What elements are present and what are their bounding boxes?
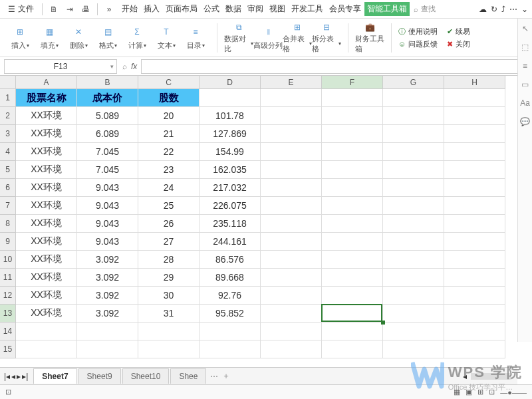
cell[interactable] bbox=[444, 143, 505, 161]
row-header-5[interactable]: 5 bbox=[0, 161, 16, 179]
prev-icon[interactable]: ◂ bbox=[11, 372, 15, 381]
hscroll-track[interactable] bbox=[471, 373, 511, 380]
cell[interactable]: 27 bbox=[138, 233, 200, 251]
cell[interactable] bbox=[444, 161, 505, 179]
menu-tab-2[interactable]: 页面布局 bbox=[163, 2, 200, 16]
cell[interactable] bbox=[444, 107, 505, 125]
cell[interactable] bbox=[261, 107, 322, 125]
cell[interactable] bbox=[261, 233, 322, 251]
cell[interactable]: 101.78 bbox=[200, 107, 261, 125]
cell[interactable]: 20 bbox=[138, 107, 200, 125]
ribbon-文本[interactable]: T文本▾ bbox=[152, 22, 181, 54]
row-header-6[interactable]: 6 bbox=[0, 179, 16, 197]
cell[interactable]: 30 bbox=[138, 287, 200, 305]
cell[interactable]: 7.045 bbox=[77, 143, 138, 161]
ribbon-财务工具箱[interactable]: 💼财务工具箱 bbox=[355, 22, 384, 54]
ribbon-拆分表格[interactable]: ⊟拆分表格▾ bbox=[312, 22, 341, 54]
cell[interactable]: 9.043 bbox=[77, 197, 138, 215]
cell[interactable] bbox=[383, 251, 444, 269]
row-header-3[interactable]: 3 bbox=[0, 125, 16, 143]
ribbon-高级分列[interactable]: ⫴高级分列 bbox=[253, 22, 283, 54]
cell[interactable]: 89.668 bbox=[200, 269, 261, 287]
cell[interactable] bbox=[444, 269, 505, 287]
cell[interactable]: 3.092 bbox=[77, 305, 138, 323]
cell[interactable] bbox=[322, 89, 383, 107]
row-header-15[interactable]: 15 bbox=[0, 340, 16, 358]
formula-input[interactable] bbox=[141, 59, 527, 74]
cell[interactable] bbox=[261, 251, 322, 269]
cursor-icon[interactable]: ↖ bbox=[522, 24, 529, 33]
ribbon-合并表格[interactable]: ⊞合并表格▾ bbox=[283, 22, 312, 54]
cell[interactable]: 5.089 bbox=[77, 107, 138, 125]
cell[interactable]: 226.075 bbox=[200, 197, 261, 215]
hscroll-left-icon[interactable]: ◂ bbox=[463, 372, 467, 381]
cell[interactable] bbox=[444, 251, 505, 269]
sheet-tab-Sheet10[interactable]: Sheet10 bbox=[122, 368, 170, 384]
cell[interactable]: 154.99 bbox=[200, 143, 261, 161]
cell[interactable]: 244.161 bbox=[200, 233, 261, 251]
cell[interactable] bbox=[261, 179, 322, 197]
cell[interactable] bbox=[444, 323, 505, 340]
cell[interactable]: 28 bbox=[138, 251, 200, 269]
cell[interactable] bbox=[383, 305, 444, 323]
col-header-D[interactable]: D bbox=[200, 76, 261, 89]
view-break-icon[interactable]: ⊞ bbox=[477, 388, 483, 396]
cell[interactable] bbox=[261, 89, 322, 107]
cell[interactable] bbox=[261, 143, 322, 161]
selection-handle[interactable] bbox=[381, 321, 385, 325]
cell[interactable]: 92.76 bbox=[200, 287, 261, 305]
cell[interactable]: 24 bbox=[138, 179, 200, 197]
col-header-G[interactable]: G bbox=[383, 76, 444, 89]
cell[interactable] bbox=[261, 340, 322, 358]
cell[interactable]: XX环境 bbox=[16, 287, 77, 305]
cell[interactable] bbox=[261, 215, 322, 233]
col-header-H[interactable]: H bbox=[444, 76, 505, 89]
cell[interactable] bbox=[138, 340, 200, 358]
row-header-7[interactable]: 7 bbox=[0, 197, 16, 215]
menu-tab-0[interactable]: 开始 bbox=[119, 2, 140, 16]
next-icon[interactable]: ▸ bbox=[17, 372, 21, 381]
help-feedback[interactable]: 问题反馈 bbox=[408, 39, 438, 49]
cell[interactable]: 26 bbox=[138, 215, 200, 233]
last-icon[interactable]: ▸| bbox=[22, 372, 28, 381]
status-mode[interactable]: ⊡ bbox=[5, 388, 11, 396]
cell[interactable] bbox=[261, 287, 322, 305]
cell[interactable] bbox=[322, 125, 383, 143]
menu-tab-1[interactable]: 插入 bbox=[141, 2, 162, 16]
row-header-11[interactable]: 11 bbox=[0, 269, 16, 287]
cell[interactable] bbox=[383, 323, 444, 340]
ribbon-填充[interactable]: ▦填充▾ bbox=[35, 22, 64, 54]
name-box[interactable]: F13 ▾ bbox=[4, 59, 117, 74]
menu-tab-7[interactable]: 开发工具 bbox=[289, 2, 326, 16]
cell[interactable] bbox=[261, 305, 322, 323]
cell[interactable]: 3.092 bbox=[77, 251, 138, 269]
cell[interactable] bbox=[322, 107, 383, 125]
sync-icon[interactable]: ↻ bbox=[491, 5, 497, 14]
cell[interactable]: XX环境 bbox=[16, 107, 77, 125]
col-header-B[interactable]: B bbox=[77, 76, 138, 89]
cell[interactable] bbox=[322, 305, 383, 323]
row-header-12[interactable]: 12 bbox=[0, 287, 16, 305]
cell[interactable]: 9.043 bbox=[77, 233, 138, 251]
cell[interactable] bbox=[261, 161, 322, 179]
row-header-14[interactable]: 14 bbox=[0, 323, 16, 340]
print-icon[interactable]: 🖶 bbox=[78, 2, 93, 17]
cell[interactable] bbox=[322, 287, 383, 305]
cell[interactable] bbox=[444, 233, 505, 251]
cell[interactable] bbox=[200, 89, 261, 107]
cloud-icon[interactable]: ☁ bbox=[479, 5, 487, 14]
help-usage[interactable]: 使用说明 bbox=[408, 27, 438, 37]
select-icon[interactable]: ⬚ bbox=[521, 43, 529, 52]
cell[interactable] bbox=[322, 323, 383, 340]
cell[interactable] bbox=[138, 323, 200, 340]
cell[interactable]: 21 bbox=[138, 125, 200, 143]
cell[interactable]: 3.092 bbox=[77, 287, 138, 305]
menu-tab-8[interactable]: 会员专享 bbox=[327, 2, 364, 16]
cell[interactable]: 25 bbox=[138, 197, 200, 215]
cell[interactable]: 22 bbox=[138, 143, 200, 161]
help-close[interactable]: 关闭 bbox=[456, 39, 470, 49]
cell[interactable] bbox=[16, 323, 77, 340]
cell[interactable] bbox=[444, 287, 505, 305]
col-header-F[interactable]: F bbox=[322, 76, 383, 89]
cell[interactable]: 29 bbox=[138, 269, 200, 287]
